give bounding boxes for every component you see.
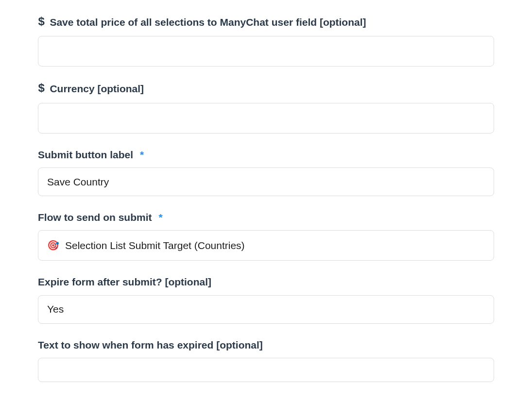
field-expired-text-label-row: Text to show when form has expired [opti… [38, 338, 494, 352]
expire-select-value: Yes [47, 302, 64, 316]
form-container: $ Save total price of all selections to … [0, 0, 532, 387]
field-submit-label-row: Submit button label * [38, 148, 494, 162]
field-submit-label: Submit button label * [38, 148, 494, 196]
expired-text-input[interactable] [47, 364, 485, 376]
field-save-price: $ Save total price of all selections to … [38, 15, 494, 67]
field-submit-label-text: Submit button label [38, 148, 133, 162]
submit-label-input-wrapper[interactable] [38, 167, 494, 196]
field-expire: Expire form after submit? [optional] Yes [38, 275, 494, 323]
required-asterisk: * [140, 148, 144, 162]
currency-input-wrapper[interactable] [38, 103, 494, 133]
submit-label-input[interactable] [47, 176, 485, 188]
field-expired-text-label: Text to show when form has expired [opti… [38, 338, 263, 352]
target-icon: 🎯 [47, 239, 59, 252]
field-flow: Flow to send on submit * 🎯 Selection Lis… [38, 211, 494, 261]
field-flow-label-row: Flow to send on submit * [38, 211, 494, 224]
field-currency-label-row: $ Currency [optional] [38, 81, 494, 97]
save-price-input[interactable] [47, 46, 485, 57]
save-price-input-wrapper[interactable] [38, 36, 494, 67]
expired-text-input-wrapper[interactable] [38, 358, 494, 382]
field-save-price-label-row: $ Save total price of all selections to … [38, 15, 494, 30]
dollar-icon: $ [38, 15, 45, 30]
field-save-price-label: Save total price of all selections to Ma… [50, 16, 366, 29]
field-currency: $ Currency [optional] [38, 81, 494, 133]
field-currency-label: Currency [optional] [50, 82, 144, 96]
expire-select[interactable]: Yes [38, 295, 494, 324]
field-flow-label-text: Flow to send on submit [38, 211, 152, 224]
field-expired-text: Text to show when form has expired [opti… [38, 338, 494, 382]
field-expire-label-row: Expire form after submit? [optional] [38, 275, 494, 289]
required-asterisk: * [159, 211, 163, 224]
flow-select-value: Selection List Submit Target (Countries) [65, 239, 245, 252]
field-expire-label-text: Expire form after submit? [optional] [38, 275, 211, 289]
flow-select[interactable]: 🎯 Selection List Submit Target (Countrie… [38, 230, 494, 261]
dollar-icon: $ [38, 81, 45, 97]
currency-input[interactable] [47, 112, 485, 124]
